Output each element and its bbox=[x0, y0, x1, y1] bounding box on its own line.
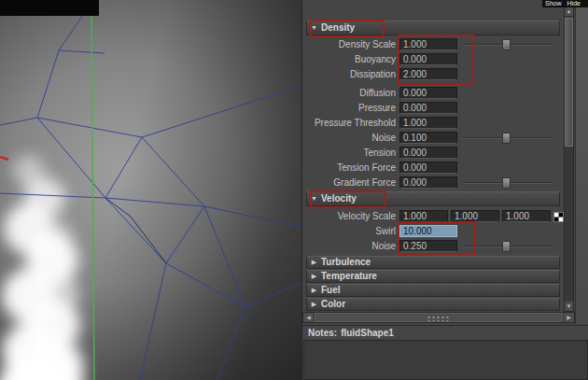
attr-row-velocity-scale: Velocity Scale 1.000 1.000 1.000 bbox=[302, 209, 562, 224]
chevron-right-icon: ▶ bbox=[307, 271, 321, 282]
field-noise[interactable]: 0.100 bbox=[399, 132, 457, 144]
chevron-down-icon: ▼ bbox=[307, 21, 321, 35]
field-buoyancy[interactable]: 0.000 bbox=[399, 53, 457, 65]
section-header-fuel[interactable]: ▶Fuel bbox=[306, 284, 560, 297]
attr-row-pressure-threshold: Pressure Threshold 1.000 bbox=[302, 116, 562, 131]
horizontal-scroll-thumb[interactable] bbox=[315, 313, 563, 322]
viewport[interactable] bbox=[0, 0, 301, 380]
scroll-grip-dots-icon bbox=[427, 316, 451, 321]
attr-row-pressure: Pressure 0.000 bbox=[302, 101, 562, 116]
scroll-up-button[interactable]: ▲ bbox=[565, 7, 573, 16]
field-velocity-scale-z[interactable]: 1.000 bbox=[502, 210, 551, 222]
slider-handle[interactable] bbox=[502, 241, 511, 252]
field-velocity-noise[interactable]: 0.250 bbox=[399, 240, 457, 252]
notes-field[interactable] bbox=[303, 340, 588, 380]
arrow-up-icon: ▲ bbox=[567, 8, 572, 14]
section-title-density: Density bbox=[321, 22, 355, 33]
attribute-editor-panel: ▼Density Density Scale 1.000 Buoyancy 0.… bbox=[301, 0, 588, 380]
field-pressure-threshold[interactable]: 1.000 bbox=[399, 117, 457, 129]
field-dissipation[interactable]: 2.000 bbox=[399, 68, 457, 80]
attr-label: Gradient Force bbox=[302, 176, 396, 190]
notes-node-name: fluidShape1 bbox=[341, 328, 394, 338]
attr-row-swirl: Swirl 10.000 bbox=[302, 224, 562, 239]
attr-label: Tension bbox=[302, 146, 396, 161]
chevron-right-icon: ▶ bbox=[307, 257, 321, 268]
arrow-left-icon: ◀ bbox=[306, 315, 311, 320]
attr-row-noise: Noise 0.100 bbox=[302, 131, 562, 146]
attr-label: Swirl bbox=[302, 224, 396, 239]
scroll-down-button[interactable]: ▼ bbox=[565, 302, 573, 311]
horizontal-scrollbar[interactable]: ◀ ▶ bbox=[302, 312, 575, 323]
y-axis-line bbox=[91, 16, 94, 380]
notes-label: Notes: bbox=[308, 328, 337, 338]
field-gradient-force[interactable]: 0.000 bbox=[399, 176, 457, 189]
wireframe-overlay bbox=[0, 0, 301, 380]
attr-row-dissipation: Dissipation 2.000 bbox=[302, 67, 562, 82]
chevron-right-icon: ▶ bbox=[307, 299, 321, 310]
gradient-force-slider[interactable] bbox=[463, 177, 553, 189]
slider-handle[interactable] bbox=[502, 177, 511, 189]
field-velocity-scale-y[interactable]: 1.000 bbox=[451, 210, 499, 222]
section-title-turbulence: Turbulence bbox=[321, 257, 371, 267]
attr-row-gradient-force: Gradient Force 0.000 bbox=[302, 176, 562, 190]
show-button[interactable]: Show bbox=[545, 0, 562, 7]
attr-label: Velocity Scale bbox=[302, 209, 396, 224]
show-hide-bar: Show Hide bbox=[542, 0, 588, 7]
attr-label: Density Scale bbox=[302, 37, 396, 52]
section-title-color: Color bbox=[321, 299, 345, 309]
attr-row-tension-force: Tension Force 0.000 bbox=[302, 161, 562, 176]
field-diffusion[interactable]: 0.000 bbox=[399, 87, 457, 99]
section-header-density[interactable]: ▼Density bbox=[306, 21, 560, 35]
attr-label: Noise bbox=[302, 239, 396, 254]
section-title-velocity: Velocity bbox=[321, 193, 357, 204]
section-header-temperature[interactable]: ▶Temperature bbox=[306, 270, 560, 283]
hide-button[interactable]: Hide bbox=[567, 0, 581, 7]
panel-right-gutter bbox=[575, 0, 588, 324]
attr-row-velocity-noise: Noise 0.250 bbox=[302, 239, 562, 254]
texture-map-button[interactable] bbox=[553, 212, 564, 222]
attr-label: Tension Force bbox=[302, 161, 396, 176]
field-tension[interactable]: 0.000 bbox=[399, 147, 457, 159]
notes-bar: Notes:fluidShape1 bbox=[302, 325, 588, 340]
field-swirl[interactable]: 10.000 bbox=[399, 225, 457, 237]
slider-handle[interactable] bbox=[502, 133, 511, 144]
viewport-top-black-bar bbox=[0, 0, 99, 16]
attr-label: Noise bbox=[302, 131, 396, 146]
field-tension-force[interactable]: 0.000 bbox=[399, 162, 457, 174]
section-title-fuel: Fuel bbox=[321, 285, 341, 295]
section-header-turbulence[interactable]: ▶Turbulence bbox=[306, 256, 560, 269]
slider-handle[interactable] bbox=[502, 39, 511, 50]
attr-label: Pressure bbox=[302, 101, 396, 116]
field-velocity-scale-x[interactable]: 1.000 bbox=[399, 210, 448, 222]
attr-row-diffusion: Diffusion 0.000 bbox=[302, 86, 562, 101]
attr-label: Diffusion bbox=[302, 86, 396, 101]
scroll-right-button[interactable]: ▶ bbox=[564, 313, 574, 322]
vertical-scroll-thumb[interactable] bbox=[565, 18, 573, 147]
chevron-down-icon: ▼ bbox=[307, 192, 321, 205]
attr-label: Buoyancy bbox=[302, 52, 396, 67]
red-tick bbox=[0, 157, 8, 160]
field-pressure[interactable]: 0.000 bbox=[399, 102, 457, 114]
attr-label: Dissipation bbox=[302, 67, 396, 82]
density-scale-slider[interactable] bbox=[463, 39, 553, 50]
scroll-left-button[interactable]: ◀ bbox=[303, 313, 314, 322]
attr-row-density-scale: Density Scale 1.000 bbox=[302, 37, 562, 52]
section-header-color[interactable]: ▶Color bbox=[306, 298, 560, 311]
chevron-right-icon: ▶ bbox=[307, 285, 321, 296]
field-density-scale[interactable]: 1.000 bbox=[399, 38, 457, 50]
attr-label: Pressure Threshold bbox=[302, 116, 396, 131]
arrow-down-icon: ▼ bbox=[567, 303, 572, 309]
section-title-temperature: Temperature bbox=[321, 271, 377, 281]
velocity-noise-slider[interactable] bbox=[463, 241, 553, 252]
noise-slider[interactable] bbox=[463, 133, 553, 144]
arrow-right-icon: ▶ bbox=[567, 315, 571, 320]
vertical-scrollbar[interactable]: ▲ ▼ bbox=[564, 6, 574, 312]
attr-row-tension: Tension 0.000 bbox=[302, 146, 562, 161]
section-header-velocity[interactable]: ▼Velocity bbox=[306, 191, 560, 206]
attr-row-buoyancy: Buoyancy 0.000 bbox=[302, 52, 562, 67]
maya-window: ▼Density Density Scale 1.000 Buoyancy 0.… bbox=[0, 0, 588, 380]
